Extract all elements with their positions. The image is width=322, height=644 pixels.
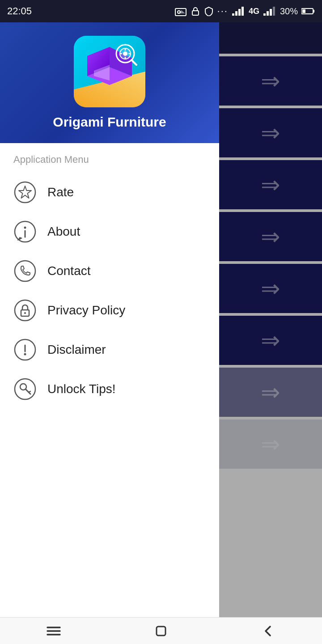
privacy-label: Privacy Policy bbox=[47, 303, 125, 318]
svg-rect-6 bbox=[238, 9, 241, 16]
rate-icon bbox=[13, 181, 37, 204]
privacy-icon bbox=[13, 299, 37, 322]
menu-item-about[interactable]: About bbox=[0, 212, 219, 251]
disclaimer-icon bbox=[13, 338, 37, 361]
photo-icon bbox=[174, 6, 187, 16]
about-icon bbox=[13, 220, 37, 243]
menu-item-rate[interactable]: Rate bbox=[0, 173, 219, 212]
contact-label: Contact bbox=[47, 264, 91, 278]
app-name: Origami Furniture bbox=[53, 114, 166, 130]
signal-icon bbox=[232, 6, 245, 16]
menu-item-unlock[interactable]: Unlock Tips! bbox=[0, 369, 219, 409]
battery-percent: 30% bbox=[280, 6, 298, 17]
menu-section-label: Application Menu bbox=[0, 143, 219, 173]
nav-bar bbox=[0, 617, 322, 644]
svg-point-23 bbox=[123, 51, 127, 56]
svg-line-44 bbox=[29, 391, 30, 392]
svg-rect-3 bbox=[192, 11, 199, 15]
svg-point-40 bbox=[24, 353, 26, 356]
more-icon: ··· bbox=[217, 5, 228, 17]
menu-item-contact[interactable]: Contact bbox=[0, 251, 219, 291]
lock-icon bbox=[191, 6, 200, 16]
nav-home-button[interactable] bbox=[153, 623, 169, 639]
nav-menu-button[interactable] bbox=[46, 623, 62, 639]
svg-rect-8 bbox=[263, 13, 266, 16]
nav-back-button[interactable] bbox=[260, 623, 276, 639]
unlock-label: Unlock Tips! bbox=[47, 382, 116, 396]
rate-label: Rate bbox=[47, 185, 74, 199]
svg-rect-14 bbox=[302, 9, 305, 13]
svg-rect-13 bbox=[313, 10, 314, 13]
menu-items: Rate About Cont bbox=[0, 173, 219, 409]
svg-rect-9 bbox=[267, 11, 269, 16]
svg-point-32 bbox=[24, 227, 26, 229]
svg-rect-11 bbox=[273, 7, 275, 16]
unlock-icon bbox=[13, 377, 37, 401]
drawer-header: Origami Furniture bbox=[0, 22, 219, 143]
app-drawer: Origami Furniture Application Menu Rate bbox=[0, 22, 219, 617]
about-label: About bbox=[47, 225, 80, 239]
menu-item-disclaimer[interactable]: Disclaimer bbox=[0, 330, 219, 369]
svg-point-34 bbox=[15, 261, 35, 281]
svg-point-37 bbox=[24, 312, 26, 314]
contact-icon bbox=[13, 259, 37, 283]
network-type: 4G bbox=[249, 7, 259, 16]
status-time: 22:05 bbox=[7, 5, 32, 17]
svg-point-29 bbox=[15, 182, 35, 203]
svg-rect-4 bbox=[232, 13, 234, 16]
signal-icon-2 bbox=[263, 6, 276, 16]
app-icon-svg bbox=[74, 36, 145, 107]
battery-icon bbox=[301, 7, 315, 15]
shield-icon bbox=[204, 6, 214, 16]
app-icon bbox=[74, 36, 145, 107]
menu-item-privacy[interactable]: Privacy Policy bbox=[0, 291, 219, 330]
svg-rect-48 bbox=[157, 627, 165, 636]
status-icons: ··· 4G 30% bbox=[174, 5, 315, 17]
disclaimer-label: Disclaimer bbox=[47, 343, 106, 357]
svg-rect-5 bbox=[235, 11, 237, 16]
svg-rect-7 bbox=[242, 7, 244, 16]
svg-marker-30 bbox=[19, 186, 31, 198]
status-bar: 22:05 ··· 4G 30% bbox=[0, 0, 322, 22]
svg-rect-10 bbox=[270, 9, 272, 16]
